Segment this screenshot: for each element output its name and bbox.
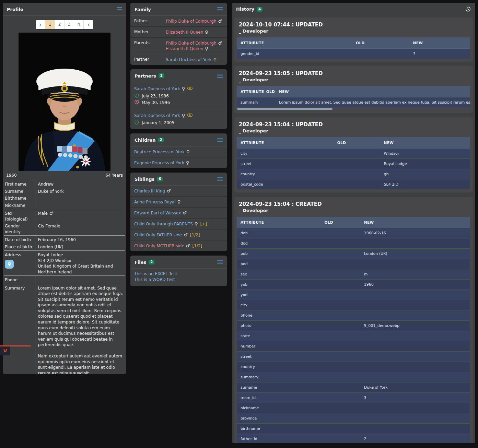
files-card: Files 2 This is an EXCEL TestThis is a W… xyxy=(130,256,227,286)
old-value-cell xyxy=(321,321,360,331)
attribute-cell: photo xyxy=(237,321,321,331)
file-link[interactable]: This is a WORD test xyxy=(134,277,223,283)
female-icon: ♀ xyxy=(195,221,198,226)
change-row: yod xyxy=(237,290,470,300)
new-value-cell: gb xyxy=(381,169,470,179)
map-pin-button[interactable] xyxy=(5,260,14,269)
attribute-cell: birthname xyxy=(237,424,321,434)
history-entry: 2024-09-23 15:05 : UPDATED _ Developer A… xyxy=(234,66,473,113)
age-label: 64 Years xyxy=(105,173,123,178)
next-page-button[interactable]: › xyxy=(84,20,93,29)
change-row: dod xyxy=(237,238,470,249)
person-link[interactable]: Elizabeth II Queen xyxy=(166,30,203,35)
male-icon: ♂ xyxy=(167,188,171,193)
col-attribute: ATTRIBUTE xyxy=(237,86,263,97)
person-row: Beatrice Princess of York ♀ xyxy=(130,146,227,157)
change-row: dob1960-02-16 xyxy=(237,228,470,238)
children-title: Children xyxy=(135,138,156,143)
attribute-cell: team_id xyxy=(237,393,321,403)
history-entry: 2024-09-23 15:04 : CREATED _ Developer A… xyxy=(234,197,473,443)
horizontal-scrollbar[interactable] xyxy=(237,108,470,110)
files-menu-icon[interactable] xyxy=(217,259,223,265)
col-new: NEW xyxy=(409,37,470,49)
field-label: Phone xyxy=(4,276,35,284)
new-value-cell: 3 xyxy=(361,393,470,403)
siblings-menu-icon[interactable] xyxy=(217,176,223,182)
new-value-cell xyxy=(361,352,470,362)
profile-details-table: First nameAndrewSurnameDuke of YorkBirth… xyxy=(4,180,125,374)
field-label: Date of birth xyxy=(4,236,35,244)
person-link[interactable]: Child Only FATHER side xyxy=(134,233,182,237)
children-menu-icon[interactable] xyxy=(217,137,223,143)
old-value-cell xyxy=(321,249,360,259)
person-link[interactable]: Charles III King xyxy=(134,189,165,193)
old-value-cell xyxy=(321,372,360,382)
old-value-cell xyxy=(334,159,381,169)
person-link[interactable]: Eugenie Princess of York xyxy=(134,161,184,165)
old-value-cell xyxy=(321,413,360,424)
change-row: team_id3 xyxy=(237,393,470,403)
male-icon: ♂ xyxy=(49,211,54,216)
person-row: Eugenie Princess of York ♀ xyxy=(130,157,227,168)
history-clock-icon[interactable] xyxy=(465,6,471,12)
page-button-3[interactable]: 3 xyxy=(65,20,74,29)
person-link[interactable]: Philip Duke of Edinburgh xyxy=(166,41,217,46)
male-icon: ♂ xyxy=(186,243,190,248)
debugbar-toggle[interactable] xyxy=(0,345,31,355)
field-label: Surname xyxy=(4,188,35,195)
new-value-cell: Royal Lodge xyxy=(381,159,470,169)
birth-year: 1960 xyxy=(6,173,17,178)
person-link[interactable]: Edward Earl of Wessex xyxy=(134,211,181,215)
page-button-4[interactable]: 4 xyxy=(74,20,84,29)
entry-author: _ Developer xyxy=(239,77,470,82)
person-link[interactable]: Sarah Duchess of York xyxy=(134,113,180,118)
attribute-cell: yob xyxy=(237,280,321,290)
heart-icon xyxy=(134,120,139,125)
page-button-1[interactable]: 1 xyxy=(45,20,55,29)
col-new: NEW xyxy=(361,217,470,228)
siblings-card: Siblings 6 Charles III King ♂ Anne Princ… xyxy=(130,173,227,251)
person-link[interactable]: Sarah Duchess of York xyxy=(134,86,180,91)
profile-photo[interactable] xyxy=(19,33,110,171)
person-link[interactable]: Anne Princess Royal xyxy=(134,200,176,204)
old-value-cell xyxy=(321,280,360,290)
relation-tag: [1/2] xyxy=(193,244,202,248)
new-value-cell xyxy=(361,331,470,341)
menu-icon[interactable] xyxy=(117,6,122,12)
field-label: Place of birth xyxy=(4,244,35,251)
change-row: countrygb xyxy=(237,169,470,179)
person-link[interactable]: Beatrice Princess of York xyxy=(134,150,185,154)
person-link[interactable]: Elizabeth II Queen xyxy=(166,46,203,51)
female-icon: ♀ xyxy=(186,160,189,165)
person-row: Anne Princess Royal ♀ xyxy=(130,196,227,207)
person-link[interactable]: Child Only through PARENTS xyxy=(134,222,193,226)
file-link[interactable]: This is an EXCEL Test xyxy=(134,271,223,277)
new-value-cell xyxy=(361,300,470,310)
wedding-rings-icon xyxy=(187,113,193,117)
relation-label: Parents xyxy=(134,40,166,45)
relationship-event: July 23, 1986 xyxy=(134,93,223,99)
person-link[interactable]: Philip Duke of Edinburgh xyxy=(166,19,217,24)
children-card: Children 2 Beatrice Princess of York ♀ E… xyxy=(130,133,227,168)
attribute-cell: dod xyxy=(237,238,321,249)
attribute-cell: state xyxy=(237,331,321,341)
field-value: Andrew xyxy=(35,180,125,188)
attribute-cell: country xyxy=(237,169,334,179)
entry-timestamp: 2024-09-23 15:04 : UPDATED xyxy=(239,121,470,128)
partner-item: Sarah Duchess of York♀ July 23, 1986 May… xyxy=(130,82,227,109)
attribute-cell: city xyxy=(237,149,334,159)
page-button-2[interactable]: 2 xyxy=(55,20,65,29)
new-value-cell xyxy=(361,362,470,372)
partners-menu-icon[interactable] xyxy=(217,73,223,79)
field-label: Gender identity xyxy=(4,223,35,236)
person-link[interactable]: Sarah Duchess of York xyxy=(166,57,212,62)
attribute-cell: pob xyxy=(237,249,321,259)
family-menu-icon[interactable] xyxy=(217,6,223,12)
person-link[interactable]: Child Only MOTHER side xyxy=(134,244,184,248)
prev-page-button[interactable]: ‹ xyxy=(36,20,45,29)
old-value-cell xyxy=(321,341,360,352)
laravel-icon xyxy=(2,348,8,354)
change-row: street xyxy=(237,352,470,362)
event-date: July 23, 1986 xyxy=(142,94,169,98)
old-value-cell xyxy=(263,97,276,108)
